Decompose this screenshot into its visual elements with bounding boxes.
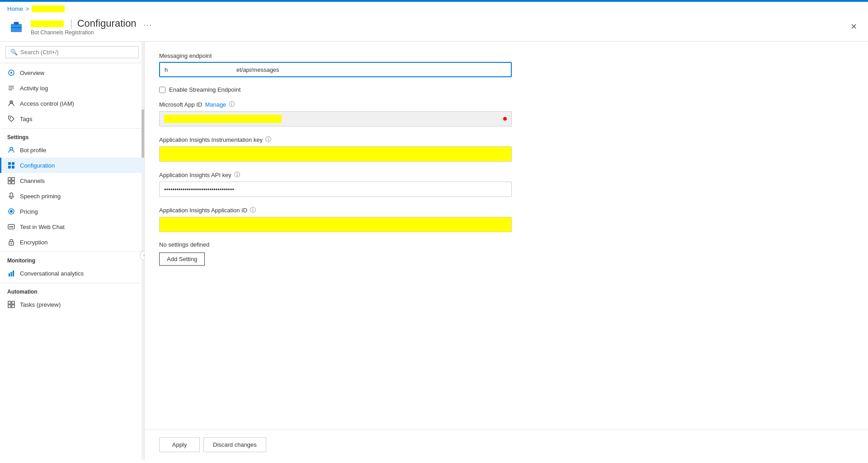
sidebar-item-pricing[interactable]: Pricing [0, 204, 144, 219]
sidebar-item-overview-label: Overview [20, 70, 44, 76]
sidebar-item-encryption-label: Encryption [20, 239, 47, 246]
sidebar-item-encryption[interactable]: Encryption [0, 234, 144, 250]
resource-icon [7, 18, 25, 36]
insights-app-id-input-wrapper [159, 217, 512, 232]
page-title-separator: | [70, 18, 73, 29]
sidebar-item-conversational-analytics-label: Conversational analytics [20, 270, 84, 277]
sidebar-item-overview[interactable]: Overview [0, 65, 144, 80]
messaging-endpoint-input-wrapper [159, 62, 512, 77]
insights-app-id-info-icon[interactable]: ⓘ [250, 206, 256, 214]
tasks-icon [7, 300, 15, 309]
content-footer: Apply Discard changes [145, 430, 868, 459]
insights-key-info-icon[interactable]: ⓘ [265, 136, 271, 144]
app-id-info-icon[interactable]: ⓘ [229, 100, 235, 108]
svg-rect-37 [12, 305, 14, 308]
sidebar-item-channels-label: Channels [20, 178, 45, 184]
enable-streaming-row: Enable Streaming Endpoint [159, 86, 854, 93]
svg-rect-19 [8, 181, 11, 184]
sidebar-search-container: 🔍 « [0, 42, 144, 63]
configuration-icon [7, 161, 15, 169]
test-web-chat-icon [7, 223, 15, 231]
insights-app-id-group: Application Insights Application ID ⓘ [159, 206, 854, 232]
manage-link[interactable]: Manage [205, 101, 226, 108]
search-input-wrapper[interactable]: 🔍 [5, 46, 139, 58]
page-header-text: | Configuration ... Bot Channels Registr… [31, 18, 155, 36]
main-layout: 🔍 « Overview Activity log [0, 42, 868, 459]
svg-rect-7 [9, 88, 14, 89]
sidebar-item-activity-log[interactable]: Activity log [0, 80, 144, 96]
sidebar-item-channels[interactable]: Channels [0, 173, 144, 188]
enable-streaming-checkbox[interactable] [159, 87, 165, 93]
content-body: Messaging endpoint Enable Streaming Endp… [145, 42, 868, 430]
page-title-row: | Configuration ... [31, 18, 155, 29]
svg-rect-16 [12, 166, 14, 168]
sidebar-item-speech-priming-label: Speech priming [20, 193, 61, 200]
svg-rect-1 [14, 22, 19, 24]
close-button[interactable]: ✕ [847, 20, 861, 33]
main-content: Messaging endpoint Enable Streaming Endp… [145, 42, 868, 459]
sidebar-item-tags[interactable]: Tags [0, 111, 144, 126]
insights-key-group: Application Insights Instrumentation key… [159, 136, 854, 162]
svg-rect-8 [9, 89, 12, 90]
sidebar-item-tasks-preview-label: Tasks (preview) [20, 301, 61, 308]
apply-button[interactable]: Apply [159, 437, 200, 452]
breadcrumb-separator: > [26, 5, 29, 12]
svg-point-27 [11, 226, 12, 228]
sidebar-item-access-control-label: Access control (IAM) [20, 100, 74, 107]
svg-rect-35 [12, 301, 14, 304]
app-id-redacted [164, 115, 282, 123]
automation-section-header: Automation [0, 283, 144, 297]
breadcrumb: Home > [0, 2, 868, 16]
settings-section-header: Settings [0, 128, 144, 142]
insights-api-key-label: Application Insights API key ⓘ [159, 171, 854, 179]
svg-rect-21 [10, 193, 13, 197]
svg-point-28 [12, 226, 14, 228]
app-id-error-dot [503, 117, 507, 121]
sidebar-item-test-web-chat-label: Test in Web Chat [20, 224, 65, 230]
page-header: | Configuration ... Bot Channels Registr… [0, 16, 868, 42]
messaging-endpoint-input[interactable] [159, 62, 512, 77]
svg-point-30 [11, 243, 12, 244]
svg-point-10 [11, 102, 12, 103]
insights-api-key-info-icon[interactable]: ⓘ [234, 171, 240, 179]
svg-point-5 [10, 72, 12, 74]
redacted-title [31, 20, 64, 27]
bot-profile-icon [7, 146, 15, 154]
insights-key-label: Application Insights Instrumentation key… [159, 136, 854, 144]
insights-api-key-input[interactable] [159, 182, 512, 197]
sidebar-item-tags-label: Tags [20, 116, 32, 122]
monitoring-section-header: Monitoring [0, 252, 144, 266]
ellipsis-button[interactable]: ... [141, 19, 155, 28]
app-id-input-wrapper [159, 111, 512, 126]
overview-icon [7, 69, 15, 77]
sidebar-item-bot-profile[interactable]: Bot profile [0, 142, 144, 158]
discard-button[interactable]: Discard changes [203, 437, 266, 452]
svg-rect-32 [11, 272, 12, 276]
insights-key-input-wrapper [159, 146, 512, 162]
insights-key-redacted [164, 150, 273, 158]
search-input[interactable] [20, 49, 134, 56]
sidebar-item-access-control[interactable]: Access control (IAM) [0, 96, 144, 111]
sidebar-item-test-web-chat[interactable]: Test in Web Chat [0, 219, 144, 234]
svg-rect-14 [12, 162, 14, 165]
sidebar-nav: Overview Activity log Access control (IA… [0, 63, 144, 314]
sidebar-item-tasks-preview[interactable]: Tasks (preview) [0, 297, 144, 312]
svg-rect-33 [13, 271, 14, 276]
search-icon: 🔍 [10, 49, 18, 56]
insights-api-key-group: Application Insights API key ⓘ [159, 171, 854, 197]
access-control-icon [7, 99, 15, 108]
redacted-resource [32, 5, 65, 12]
sidebar-item-conversational-analytics[interactable]: Conversational analytics [0, 266, 144, 281]
channels-icon [7, 177, 15, 185]
sidebar-item-activity-log-label: Activity log [20, 85, 48, 92]
no-settings-text: No settings defined [159, 241, 854, 248]
svg-rect-6 [9, 86, 14, 87]
sidebar-item-bot-profile-label: Bot profile [20, 147, 47, 154]
svg-point-24 [10, 210, 13, 213]
add-setting-button[interactable]: Add Setting [159, 253, 205, 266]
page-subtitle: Bot Channels Registration [31, 29, 155, 36]
sidebar-item-speech-priming[interactable]: Speech priming [0, 188, 144, 204]
svg-point-26 [9, 226, 11, 228]
sidebar-item-configuration[interactable]: Configuration [0, 158, 144, 173]
breadcrumb-home[interactable]: Home [7, 5, 23, 12]
